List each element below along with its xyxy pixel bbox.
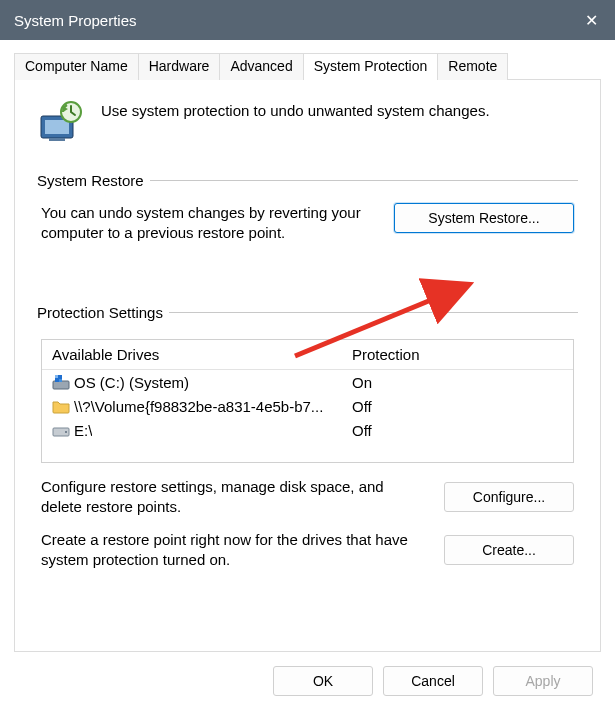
- column-header-protection[interactable]: Protection: [352, 346, 563, 363]
- system-restore-button[interactable]: System Restore...: [394, 203, 574, 233]
- folder-icon: [52, 397, 70, 415]
- column-header-drives[interactable]: Available Drives: [52, 346, 352, 363]
- intro-row: Use system protection to undo unwanted s…: [37, 98, 578, 144]
- group-protection-settings: Protection Settings Available Drives Pro…: [37, 304, 578, 569]
- cancel-button[interactable]: Cancel: [383, 666, 483, 696]
- group-system-restore: System Restore You can undo system chang…: [37, 172, 578, 242]
- drives-table: Available Drives Protection: [41, 339, 574, 463]
- group-header-protection-settings: Protection Settings: [37, 304, 578, 321]
- group-title-protection-settings: Protection Settings: [37, 304, 163, 321]
- drive-label: E:\: [74, 422, 92, 439]
- drive-label: OS (C:) (System): [74, 374, 189, 391]
- svg-rect-5: [53, 381, 69, 389]
- tab-panel-system-protection: Use system protection to undo unwanted s…: [14, 80, 601, 652]
- create-description: Create a restore point right now for the…: [41, 530, 428, 569]
- svg-rect-7: [55, 375, 58, 378]
- configure-button[interactable]: Configure...: [444, 482, 574, 512]
- tab-advanced[interactable]: Advanced: [219, 53, 303, 80]
- divider: [150, 180, 578, 181]
- drive-protection: Off: [352, 422, 563, 439]
- svg-rect-1: [45, 120, 69, 134]
- group-header-system-restore: System Restore: [37, 172, 578, 189]
- tab-strip: Computer Name Hardware Advanced System P…: [14, 52, 601, 80]
- apply-button[interactable]: Apply: [493, 666, 593, 696]
- tab-computer-name[interactable]: Computer Name: [14, 53, 139, 80]
- drive-protection: On: [352, 374, 563, 391]
- system-restore-description: You can undo system changes by reverting…: [41, 203, 378, 242]
- create-row: Create a restore point right now for the…: [41, 530, 574, 569]
- disk-windows-icon: [52, 373, 70, 391]
- close-button[interactable]: ✕: [567, 0, 615, 40]
- table-row[interactable]: OS (C:) (System) On: [42, 370, 573, 394]
- ok-button[interactable]: OK: [273, 666, 373, 696]
- intro-text: Use system protection to undo unwanted s…: [101, 98, 490, 119]
- titlebar: System Properties ✕: [0, 0, 615, 40]
- disk-icon: [52, 421, 70, 439]
- dialog-button-bar: OK Cancel Apply: [14, 652, 601, 710]
- svg-rect-2: [49, 138, 65, 141]
- tab-remote[interactable]: Remote: [437, 53, 508, 80]
- system-protection-icon: [37, 98, 83, 144]
- divider: [169, 312, 578, 313]
- drive-protection: Off: [352, 398, 563, 415]
- svg-rect-8: [59, 379, 62, 382]
- configure-row: Configure restore settings, manage disk …: [41, 477, 574, 516]
- svg-point-10: [65, 431, 67, 433]
- window-title: System Properties: [14, 12, 137, 29]
- group-title-system-restore: System Restore: [37, 172, 144, 189]
- tab-system-protection[interactable]: System Protection: [303, 53, 439, 80]
- table-row[interactable]: \\?\Volume{f98832be-a831-4e5b-b7... Off: [42, 394, 573, 418]
- table-row[interactable]: E:\ Off: [42, 418, 573, 442]
- tab-hardware[interactable]: Hardware: [138, 53, 221, 80]
- drives-header-row: Available Drives Protection: [42, 340, 573, 370]
- close-icon: ✕: [585, 11, 598, 30]
- configure-description: Configure restore settings, manage disk …: [41, 477, 428, 516]
- create-button[interactable]: Create...: [444, 535, 574, 565]
- drive-label: \\?\Volume{f98832be-a831-4e5b-b7...: [74, 398, 323, 415]
- dialog-body: Computer Name Hardware Advanced System P…: [0, 40, 615, 710]
